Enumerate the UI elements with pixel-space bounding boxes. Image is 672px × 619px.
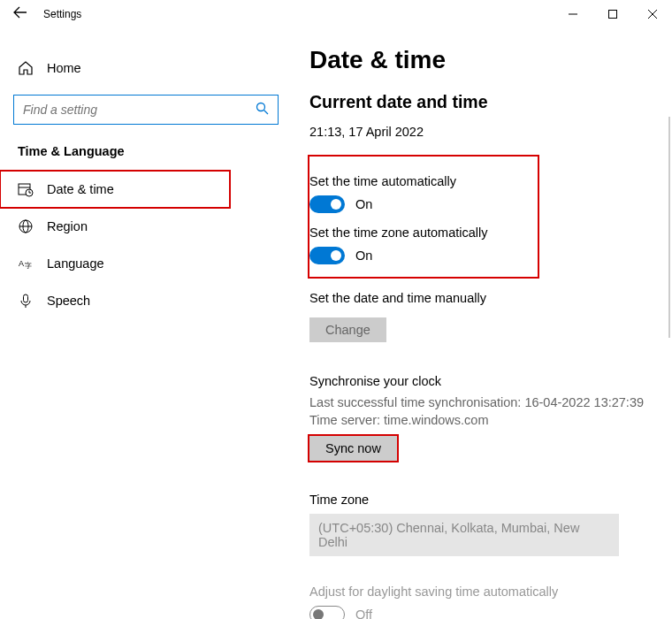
minimize-button[interactable] — [553, 1, 592, 27]
sidebar-item-region[interactable]: Region — [0, 208, 230, 245]
sidebar-item-label: Speech — [47, 294, 90, 308]
home-icon — [18, 60, 34, 76]
dst-toggle — [309, 606, 345, 619]
dst-label: Adjust for daylight saving time automati… — [309, 585, 645, 599]
search-input[interactable] — [23, 103, 256, 117]
svg-line-3 — [264, 110, 269, 114]
current-datetime-heading: Current date and time — [309, 92, 645, 112]
home-nav[interactable]: Home — [18, 50, 279, 86]
timezone-select: (UTC+05:30) Chennai, Kolkata, Mumbai, Ne… — [309, 514, 619, 556]
sidebar-item-label: Language — [47, 256, 104, 271]
sidebar-item-language[interactable]: A字 Language — [0, 245, 230, 282]
auto-tz-label: Set the time zone automatically — [309, 225, 531, 240]
sync-now-button[interactable]: Sync now — [309, 436, 397, 461]
auto-time-label: Set the time automatically — [309, 174, 531, 188]
sidebar-item-label: Date & time — [47, 182, 114, 196]
current-datetime-value: 21:13, 17 April 2022 — [309, 125, 645, 139]
change-button: Change — [309, 317, 386, 342]
sync-last-line: Last successful time synchronisation: 16… — [309, 395, 645, 409]
sync-server-line: Time server: time.windows.com — [309, 413, 645, 427]
sidebar-group-header: Time & Language — [18, 144, 279, 158]
auto-time-toggle[interactable] — [309, 195, 345, 213]
sidebar-item-speech[interactable]: Speech — [0, 282, 230, 319]
maximize-button[interactable] — [592, 1, 632, 27]
scrollbar[interactable] — [668, 117, 670, 338]
timezone-heading: Time zone — [309, 493, 645, 507]
microphone-icon — [18, 293, 34, 309]
svg-point-2 — [257, 103, 265, 111]
sidebar-item-label: Region — [47, 219, 88, 233]
window-controls — [553, 1, 672, 27]
close-button[interactable] — [632, 1, 672, 27]
svg-rect-14 — [24, 294, 28, 302]
auto-tz-toggle[interactable] — [309, 247, 345, 264]
window-title: Settings — [43, 8, 81, 20]
main-panel: Date & time Current date and time 21:13,… — [292, 28, 672, 619]
svg-text:A: A — [19, 259, 24, 268]
date-time-icon — [18, 181, 34, 197]
sidebar-item-date-time[interactable]: Date & time — [0, 171, 230, 208]
globe-icon — [18, 218, 34, 234]
search-icon — [256, 102, 269, 118]
auto-toggles-highlight: Set the time automatically On Set the ti… — [308, 155, 539, 279]
home-label: Home — [47, 61, 81, 75]
titlebar: Settings — [0, 0, 672, 28]
language-icon: A字 — [18, 256, 34, 271]
page-title: Date & time — [309, 46, 645, 74]
back-icon[interactable] — [13, 6, 27, 22]
manual-set-heading: Set the date and time manually — [309, 291, 645, 305]
search-box[interactable] — [13, 95, 279, 125]
svg-rect-1 — [608, 11, 616, 19]
auto-tz-state: On — [355, 248, 372, 263]
auto-time-state: On — [355, 197, 372, 211]
dst-state: Off — [355, 608, 372, 619]
svg-text:字: 字 — [25, 262, 32, 270]
sidebar: Home Time & Language Date & time Region … — [0, 28, 292, 619]
sync-heading: Synchronise your clock — [309, 374, 645, 388]
